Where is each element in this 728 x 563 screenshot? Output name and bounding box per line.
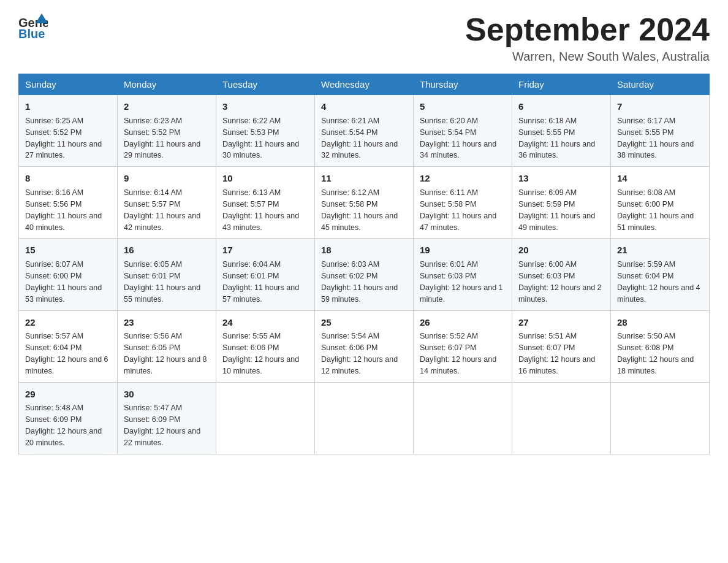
day-info: Sunrise: 6:07 AMSunset: 6:00 PMDaylight:…: [25, 260, 102, 304]
day-info: Sunrise: 5:54 AMSunset: 6:06 PMDaylight:…: [321, 332, 398, 375]
day-of-week-header: Tuesday: [216, 74, 315, 95]
calendar-day-cell: 21Sunrise: 5:59 AMSunset: 6:04 PMDayligh…: [611, 239, 710, 310]
day-number: 10: [222, 172, 308, 185]
calendar-week-row: 8Sunrise: 6:16 AMSunset: 5:56 PMDaylight…: [19, 167, 710, 239]
day-number: 15: [25, 243, 111, 257]
title-section: September 2024 Warren, New South Wales, …: [465, 12, 710, 64]
day-number: 5: [420, 100, 506, 113]
calendar-day-cell: 6Sunrise: 6:18 AMSunset: 5:55 PMDaylight…: [512, 95, 611, 167]
day-info: Sunrise: 6:23 AMSunset: 5:52 PMDaylight:…: [124, 117, 200, 160]
calendar-table: SundayMondayTuesdayWednesdayThursdayFrid…: [18, 74, 710, 454]
day-number: 17: [222, 243, 308, 257]
day-info: Sunrise: 6:05 AMSunset: 6:01 PMDaylight:…: [124, 260, 200, 304]
calendar-day-cell: 22Sunrise: 5:57 AMSunset: 6:04 PMDayligh…: [19, 310, 118, 382]
calendar-day-cell: [512, 382, 611, 454]
calendar-week-row: 1Sunrise: 6:25 AMSunset: 5:52 PMDaylight…: [19, 95, 710, 167]
day-number: 19: [420, 243, 506, 257]
day-number: 24: [222, 316, 308, 329]
calendar-day-cell: 4Sunrise: 6:21 AMSunset: 5:54 PMDaylight…: [315, 95, 414, 167]
calendar-day-cell: 3Sunrise: 6:22 AMSunset: 5:53 PMDaylight…: [216, 95, 315, 167]
day-number: 22: [25, 316, 111, 329]
day-info: Sunrise: 6:18 AMSunset: 5:55 PMDaylight:…: [518, 117, 595, 160]
day-of-week-header: Thursday: [414, 74, 512, 95]
calendar-day-cell: 11Sunrise: 6:12 AMSunset: 5:58 PMDayligh…: [315, 167, 414, 239]
day-number: 11: [321, 172, 407, 185]
calendar-day-cell: 14Sunrise: 6:08 AMSunset: 6:00 PMDayligh…: [611, 167, 710, 239]
calendar-day-cell: [611, 382, 710, 454]
day-number: 9: [124, 172, 210, 185]
day-info: Sunrise: 6:20 AMSunset: 5:54 PMDaylight:…: [420, 117, 496, 160]
day-number: 29: [25, 388, 111, 401]
logo: General Blue: [18, 12, 48, 39]
day-of-week-header: Friday: [512, 74, 611, 95]
calendar-day-cell: 18Sunrise: 6:03 AMSunset: 6:02 PMDayligh…: [315, 239, 414, 310]
day-number: 8: [25, 172, 111, 185]
day-info: Sunrise: 6:16 AMSunset: 5:56 PMDaylight:…: [25, 188, 102, 232]
day-info: Sunrise: 6:04 AMSunset: 6:01 PMDaylight:…: [222, 260, 299, 304]
location: Warren, New South Wales, Australia: [465, 50, 710, 64]
day-number: 7: [617, 100, 703, 113]
day-info: Sunrise: 6:17 AMSunset: 5:55 PMDaylight:…: [617, 117, 694, 160]
day-number: 21: [617, 243, 703, 257]
day-number: 3: [222, 100, 308, 113]
calendar-day-cell: 29Sunrise: 5:48 AMSunset: 6:09 PMDayligh…: [19, 382, 118, 454]
day-info: Sunrise: 5:50 AMSunset: 6:08 PMDaylight:…: [617, 332, 694, 375]
day-number: 30: [124, 388, 210, 401]
day-info: Sunrise: 6:09 AMSunset: 5:59 PMDaylight:…: [518, 188, 595, 232]
day-number: 4: [321, 100, 407, 113]
day-info: Sunrise: 5:48 AMSunset: 6:09 PMDaylight:…: [25, 404, 102, 447]
calendar-day-cell: 2Sunrise: 6:23 AMSunset: 5:52 PMDaylight…: [118, 95, 216, 167]
day-info: Sunrise: 5:55 AMSunset: 6:06 PMDaylight:…: [222, 332, 299, 375]
page-header: General Blue September 2024 Warren, New …: [18, 12, 710, 64]
day-number: 27: [518, 316, 604, 329]
calendar-day-cell: 20Sunrise: 6:00 AMSunset: 6:03 PMDayligh…: [512, 239, 611, 310]
day-info: Sunrise: 6:00 AMSunset: 6:03 PMDaylight:…: [518, 260, 602, 304]
calendar-day-cell: 1Sunrise: 6:25 AMSunset: 5:52 PMDaylight…: [19, 95, 118, 167]
svg-text:Blue: Blue: [18, 27, 45, 39]
day-number: 13: [518, 172, 604, 185]
calendar-week-row: 29Sunrise: 5:48 AMSunset: 6:09 PMDayligh…: [19, 382, 710, 454]
day-info: Sunrise: 6:13 AMSunset: 5:57 PMDaylight:…: [222, 188, 299, 232]
day-of-week-header: Wednesday: [315, 74, 414, 95]
calendar-day-cell: 17Sunrise: 6:04 AMSunset: 6:01 PMDayligh…: [216, 239, 315, 310]
calendar-day-cell: 28Sunrise: 5:50 AMSunset: 6:08 PMDayligh…: [611, 310, 710, 382]
calendar-day-cell: [216, 382, 315, 454]
calendar-day-cell: 24Sunrise: 5:55 AMSunset: 6:06 PMDayligh…: [216, 310, 315, 382]
day-info: Sunrise: 6:03 AMSunset: 6:02 PMDaylight:…: [321, 260, 398, 304]
day-info: Sunrise: 5:52 AMSunset: 6:07 PMDaylight:…: [420, 332, 496, 375]
day-info: Sunrise: 6:12 AMSunset: 5:58 PMDaylight:…: [321, 188, 398, 232]
calendar-day-cell: 10Sunrise: 6:13 AMSunset: 5:57 PMDayligh…: [216, 167, 315, 239]
day-info: Sunrise: 5:57 AMSunset: 6:04 PMDaylight:…: [25, 332, 108, 375]
day-info: Sunrise: 5:59 AMSunset: 6:04 PMDaylight:…: [617, 260, 700, 304]
day-info: Sunrise: 6:08 AMSunset: 6:00 PMDaylight:…: [617, 188, 694, 232]
day-number: 1: [25, 100, 111, 113]
day-number: 14: [617, 172, 703, 185]
day-info: Sunrise: 5:56 AMSunset: 6:05 PMDaylight:…: [124, 332, 207, 375]
calendar-day-cell: [315, 382, 414, 454]
calendar-day-cell: 19Sunrise: 6:01 AMSunset: 6:03 PMDayligh…: [414, 239, 512, 310]
day-number: 26: [420, 316, 506, 329]
calendar-header-row: SundayMondayTuesdayWednesdayThursdayFrid…: [19, 74, 710, 95]
calendar-week-row: 15Sunrise: 6:07 AMSunset: 6:00 PMDayligh…: [19, 239, 710, 310]
day-info: Sunrise: 6:21 AMSunset: 5:54 PMDaylight:…: [321, 117, 398, 160]
day-number: 20: [518, 243, 604, 257]
calendar-day-cell: 27Sunrise: 5:51 AMSunset: 6:07 PMDayligh…: [512, 310, 611, 382]
month-title: September 2024: [465, 12, 710, 47]
day-info: Sunrise: 5:51 AMSunset: 6:07 PMDaylight:…: [518, 332, 595, 375]
day-number: 16: [124, 243, 210, 257]
calendar-week-row: 22Sunrise: 5:57 AMSunset: 6:04 PMDayligh…: [19, 310, 710, 382]
day-number: 23: [124, 316, 210, 329]
calendar-day-cell: 25Sunrise: 5:54 AMSunset: 6:06 PMDayligh…: [315, 310, 414, 382]
calendar-day-cell: 23Sunrise: 5:56 AMSunset: 6:05 PMDayligh…: [118, 310, 216, 382]
calendar-day-cell: 13Sunrise: 6:09 AMSunset: 5:59 PMDayligh…: [512, 167, 611, 239]
day-info: Sunrise: 6:22 AMSunset: 5:53 PMDaylight:…: [222, 117, 299, 160]
day-info: Sunrise: 6:11 AMSunset: 5:58 PMDaylight:…: [420, 188, 496, 232]
day-info: Sunrise: 6:14 AMSunset: 5:57 PMDaylight:…: [124, 188, 200, 232]
day-number: 6: [518, 100, 604, 113]
calendar-day-cell: 30Sunrise: 5:47 AMSunset: 6:09 PMDayligh…: [118, 382, 216, 454]
calendar-day-cell: 15Sunrise: 6:07 AMSunset: 6:00 PMDayligh…: [19, 239, 118, 310]
calendar-day-cell: 9Sunrise: 6:14 AMSunset: 5:57 PMDaylight…: [118, 167, 216, 239]
calendar-day-cell: 8Sunrise: 6:16 AMSunset: 5:56 PMDaylight…: [19, 167, 118, 239]
calendar-day-cell: 26Sunrise: 5:52 AMSunset: 6:07 PMDayligh…: [414, 310, 512, 382]
calendar-day-cell: 7Sunrise: 6:17 AMSunset: 5:55 PMDaylight…: [611, 95, 710, 167]
